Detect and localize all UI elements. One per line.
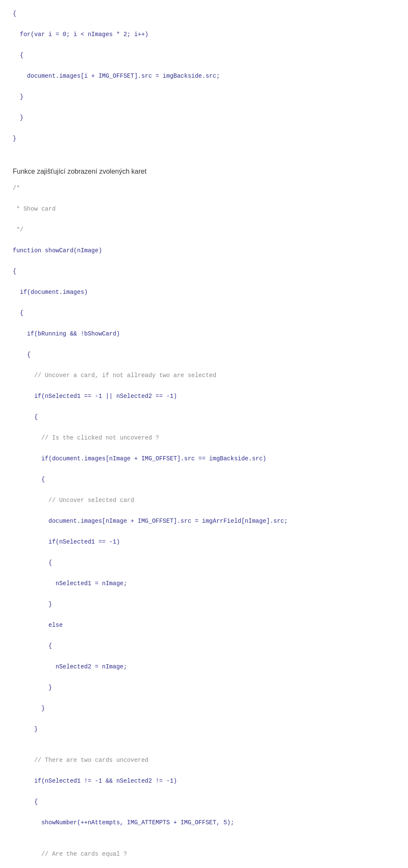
- code-line: if(bRunning && !bShowCard): [13, 329, 395, 339]
- code-line: {: [13, 50, 395, 61]
- code-line: }: [13, 703, 395, 714]
- code-line: {: [13, 641, 395, 651]
- code-line: showNumber(++nAttempts, IMG_ATTEMPTS + I…: [13, 817, 395, 828]
- code-line: }: [13, 133, 395, 144]
- code-line: {: [13, 412, 395, 423]
- code-line: {: [13, 558, 395, 568]
- code-line: }: [13, 724, 395, 735]
- code-line: document.images[i + IMG_OFFSET].src = im…: [13, 71, 395, 82]
- code-line: {: [13, 349, 395, 360]
- code-line: }: [13, 92, 395, 102]
- comment-line: * Show card: [13, 204, 395, 214]
- code-line: else: [13, 620, 395, 631]
- code-line: if(nSelected1 == -1 || nSelected2 == -1): [13, 391, 395, 402]
- code-line: nSelected2 = nImage;: [13, 662, 395, 672]
- comment-line: /*: [13, 183, 395, 194]
- code-line: {: [13, 266, 395, 277]
- comment-line: // Are the cards equal ?: [13, 849, 395, 860]
- code-line: nSelected1 = nImage;: [13, 578, 395, 589]
- code-line: for(var i = 0; i < nImages * 2; i++): [13, 29, 395, 40]
- section-heading: Funkce zajišťující zobrazení zvolených k…: [13, 166, 395, 177]
- code-section-2: /* * Show card */ function showCard(nIma…: [13, 183, 395, 868]
- code-line: }: [13, 599, 395, 610]
- code-line: document.images[nImage + IMG_OFFSET].src…: [13, 516, 395, 527]
- code-line: if(nSelected1 == -1): [13, 537, 395, 547]
- code-line: if(document.images): [13, 287, 395, 298]
- code-line: }: [13, 113, 395, 123]
- comment-line: // There are two cards uncovered: [13, 755, 395, 766]
- code-line: if(nSelected1 != -1 && nSelected2 != -1): [13, 776, 395, 786]
- comment-line: // Uncover a card, if not allready two a…: [13, 370, 395, 381]
- code-line: function showCard(nImage): [13, 245, 395, 256]
- code-line: }: [13, 682, 395, 693]
- code-line: {: [13, 308, 395, 318]
- comment-line: */: [13, 225, 395, 235]
- code-line: if(document.images[nImage + IMG_OFFSET].…: [13, 454, 395, 464]
- code-line: {: [13, 797, 395, 807]
- code-section-1: { for(var i = 0; i < nImages * 2; i++) {…: [13, 8, 395, 154]
- comment-line: // Uncover selected card: [13, 495, 395, 506]
- comment-line: // Is the clicked not uncovered ?: [13, 433, 395, 443]
- code-line: {: [13, 8, 395, 19]
- code-line: {: [13, 474, 395, 485]
